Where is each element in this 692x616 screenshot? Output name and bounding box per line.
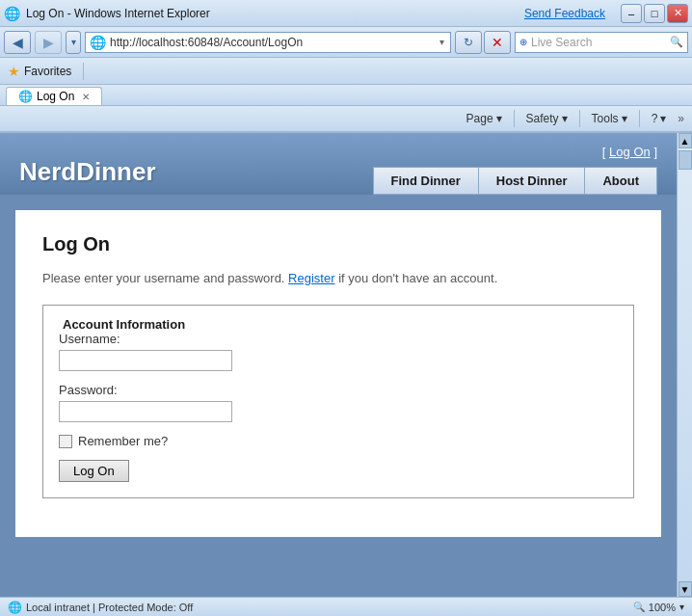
header-login: [ Log On ] [602, 145, 657, 159]
zoom-chevron-icon[interactable]: ▾ [679, 602, 684, 612]
minimize-button[interactable]: – [621, 4, 642, 23]
intro-text: Please enter your username and password. [42, 271, 284, 285]
password-label: Password: [59, 383, 618, 397]
status-left: 🌐 Local intranet | Protected Mode: Off [8, 601, 193, 614]
scrollbar[interactable]: ▲ ▼ [677, 133, 692, 597]
tools-chevron-icon: ▾ [622, 112, 627, 125]
toolbar-separator-2 [579, 110, 580, 127]
send-feedback-link[interactable]: Send Feedback [524, 7, 605, 20]
login-prefix: [ [602, 145, 606, 159]
main-content: Log On Please enter your username and pa… [0, 195, 677, 552]
page-chevron-icon: ▾ [496, 112, 502, 125]
register-link[interactable]: Register [288, 271, 334, 285]
status-text: Local intranet | Protected Mode: Off [26, 602, 193, 613]
tab-label: Log On [37, 90, 74, 103]
login-link[interactable]: Log On [609, 145, 651, 159]
username-group: Username: [59, 332, 618, 371]
titlebar: 🌐 Log On - Windows Internet Explorer Sen… [0, 0, 692, 27]
safety-menu-button[interactable]: Safety ▾ [522, 110, 572, 127]
dropdown-button[interactable]: ▾ [66, 31, 81, 54]
logon-button[interactable]: Log On [59, 460, 129, 482]
username-input[interactable] [59, 350, 232, 371]
live-search-icon: ⊕ [519, 37, 527, 47]
find-dinner-nav-button[interactable]: Find Dinner [373, 167, 479, 195]
search-button[interactable]: 🔍 [670, 36, 683, 48]
remember-row: Remember me? [59, 434, 618, 448]
maximize-button[interactable]: □ [644, 4, 665, 23]
scroll-up-button[interactable]: ▲ [679, 133, 692, 148]
help-chevron-icon: ▾ [660, 112, 666, 125]
statusbar: 🌐 Local intranet | Protected Mode: Off 🔍… [0, 597, 692, 616]
favorites-label: Favorites [24, 65, 71, 78]
active-tab[interactable]: 🌐 Log On ✕ [6, 87, 102, 105]
help-button[interactable]: ? ▾ [648, 110, 671, 127]
window-title: Log On - Windows Internet Explorer [26, 7, 210, 20]
password-group: Password: [59, 383, 618, 422]
scrollbar-thumb[interactable] [679, 150, 692, 170]
header-right: [ Log On ] Find Dinner Host Dinner About [373, 145, 657, 195]
addressbar: ◀ ▶ ▾ 🌐 http://localhost:60848/Account/L… [0, 27, 692, 58]
address-text: http://localhost:60848/Account/LogOn [110, 36, 434, 49]
remember-label: Remember me? [78, 434, 168, 448]
page-label: Page [466, 112, 493, 125]
toolbar-overflow-button[interactable]: » [678, 112, 684, 125]
tab-bar: 🌐 Log On ✕ [0, 85, 692, 106]
tab-icon: 🌐 [18, 90, 33, 103]
fav-separator [83, 63, 84, 80]
password-input[interactable] [59, 401, 232, 422]
star-icon: ★ [8, 64, 20, 79]
safety-label: Safety [526, 112, 559, 125]
about-nav-button[interactable]: About [584, 167, 657, 195]
back-button[interactable]: ◀ [4, 31, 31, 54]
help-icon: ? [652, 112, 658, 125]
search-label: Live Search [531, 36, 670, 49]
browser-icon: 🌐 [4, 6, 20, 21]
page-menu-button[interactable]: Page ▾ [463, 110, 506, 127]
toolbar-separator-3 [639, 110, 640, 127]
zoom-level[interactable]: 100% [649, 602, 676, 613]
login-card: Log On Please enter your username and pa… [15, 210, 661, 537]
browser-content: NerdDinner [ Log On ] Find Dinner Host D… [0, 133, 692, 597]
address-dropdown-arrow[interactable]: ▾ [438, 37, 446, 47]
tools-menu-button[interactable]: Tools ▾ [588, 110, 631, 127]
favorites-button[interactable]: ★ Favorites [4, 62, 75, 81]
toolbar-separator-1 [514, 110, 515, 127]
intro-suffix: if you don't have an account. [338, 271, 497, 285]
login-suffix: ] [653, 145, 657, 159]
page-area: NerdDinner [ Log On ] Find Dinner Host D… [0, 133, 677, 597]
tab-close-icon[interactable]: ✕ [82, 92, 90, 102]
favorites-bar: ★ Favorites [0, 58, 692, 85]
site-header: NerdDinner [ Log On ] Find Dinner Host D… [0, 133, 677, 195]
username-label: Username: [59, 332, 618, 346]
host-dinner-nav-button[interactable]: Host Dinner [478, 167, 586, 195]
stop-button[interactable]: ✕ [484, 31, 511, 54]
address-icon: 🌐 [90, 35, 106, 50]
ie-toolbar: Page ▾ Safety ▾ Tools ▾ ? ▾ » [0, 106, 692, 133]
address-box[interactable]: 🌐 http://localhost:60848/Account/LogOn ▾ [85, 32, 451, 53]
remember-checkbox[interactable] [59, 435, 72, 448]
page-title: Log On [42, 233, 634, 255]
fieldset-legend: Account Information [59, 317, 618, 332]
status-icon: 🌐 [8, 601, 22, 614]
intro-paragraph: Please enter your username and password.… [42, 271, 634, 285]
close-button[interactable]: ✕ [667, 4, 688, 23]
search-box[interactable]: ⊕ Live Search 🔍 [515, 32, 688, 53]
scroll-down-button[interactable]: ▼ [679, 581, 692, 597]
safety-chevron-icon: ▾ [562, 112, 568, 125]
account-fieldset: Account Information Username: Password: … [42, 305, 634, 498]
tools-label: Tools [592, 112, 619, 125]
zoom-icon: 🔍 [633, 602, 645, 612]
status-right: 🔍 100% ▾ [633, 602, 684, 613]
main-nav: Find Dinner Host Dinner About [373, 167, 657, 195]
site-logo: NerdDinner [19, 157, 156, 195]
refresh-button[interactable]: ↻ [455, 31, 482, 54]
forward-button[interactable]: ▶ [35, 31, 62, 54]
